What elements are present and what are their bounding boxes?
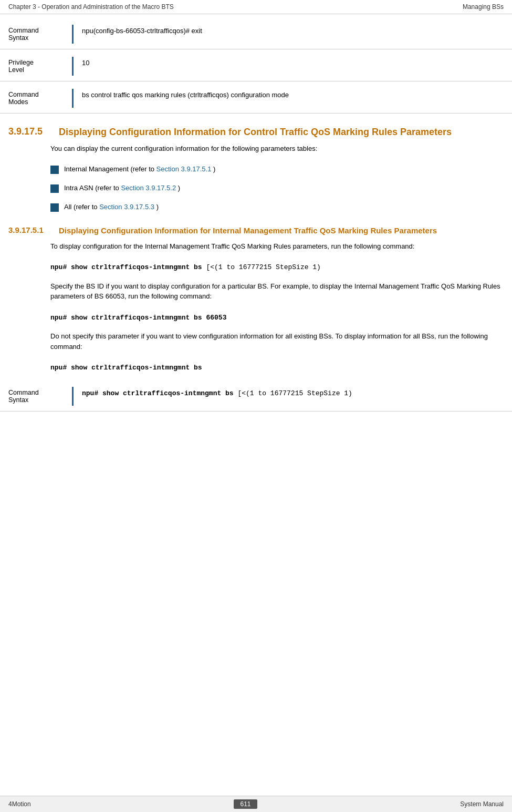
info-row-privilege-level: PrivilegeLevel 10 <box>0 52 512 81</box>
info-row-command-syntax-1: CommandSyntax npu(config-bs-66053-ctrltr… <box>0 19 512 49</box>
command1-normal: [<(1 to 16777215 StepSize 1) <box>202 263 321 271</box>
main-content: CommandSyntax npu(config-bs-66053-ctrltr… <box>0 14 512 440</box>
bullet-text-1: Internal Management (refer to Section 3.… <box>64 165 504 174</box>
bullet-text-before-2: Intra ASN (refer to <box>64 184 121 192</box>
bullet-link-3[interactable]: Section 3.9.17.5.3 <box>99 203 154 211</box>
section-title: Displaying Configuration Information for… <box>59 126 452 138</box>
label-command-modes: CommandModes <box>0 89 74 108</box>
value-command-syntax-1: npu(config-bs-66053-ctrltrafficqos)# exi… <box>74 25 512 44</box>
value-privilege-level: 10 <box>74 57 512 76</box>
bullet-text-before-3: All (refer to <box>64 203 99 211</box>
bullet-item-2: Intra ASN (refer to Section 3.9.17.5.2 ) <box>0 180 512 196</box>
bullet-text-after-1: ) <box>213 165 215 173</box>
section-heading-3-9-17-5: 3.9.17.5 Displaying Configuration Inform… <box>0 121 512 141</box>
command-block-1: npu# show ctrltrafficqos-intmngmnt bs [<… <box>0 259 512 276</box>
info-row-command-syntax-2: CommandSyntax npu# show ctrltrafficqos-i… <box>0 382 512 412</box>
subsection-title: Displaying Configuration Information for… <box>59 225 437 236</box>
bullet-text-2: Intra ASN (refer to Section 3.9.17.5.2 ) <box>64 183 504 193</box>
bullet-icon-1 <box>50 166 59 174</box>
command2: npu# show ctrltrafficqos-intmngmnt bs 66… <box>50 314 226 322</box>
value-command-syntax-2: npu# show ctrltrafficqos-intmngmnt bs [<… <box>74 387 512 406</box>
label-privilege-level: PrivilegeLevel <box>0 57 74 76</box>
bullet-item-1: Internal Management (refer to Section 3.… <box>0 161 512 177</box>
bullet-text-after-2: ) <box>178 184 180 192</box>
subsection-number: 3.9.17.5.1 <box>8 225 50 234</box>
header-left: Chapter 3 - Operation and Administration… <box>8 3 174 11</box>
footer-left: 4Motion <box>8 800 31 808</box>
bullet-item-3: All (refer to Section 3.9.17.5.3 ) <box>0 199 512 215</box>
bullet-icon-2 <box>50 184 59 193</box>
section-number: 3.9.17.5 <box>8 126 50 137</box>
page-header: Chapter 3 - Operation and Administration… <box>0 0 512 14</box>
command-block-3: npu# show ctrltrafficqos-intmngmnt bs <box>0 359 512 376</box>
bullet-text-3: All (refer to Section 3.9.17.5.3 ) <box>64 202 504 212</box>
value-command-modes: bs control traffic qos marking rules (ct… <box>74 89 512 108</box>
label-command-syntax-1: CommandSyntax <box>0 25 74 44</box>
label-command-syntax-2: CommandSyntax <box>0 387 74 406</box>
bullet-link-1[interactable]: Section 3.9.17.5.1 <box>156 165 212 173</box>
footer-right: System Manual <box>460 800 504 808</box>
bottom-command-normal: [<(1 to 16777215 StepSize 1) <box>234 389 352 397</box>
info-row-command-modes: CommandModes bs control traffic qos mark… <box>0 84 512 114</box>
header-right: Managing BSs <box>463 3 504 11</box>
command1-bold: npu# show ctrltrafficqos-intmngmnt bs <box>50 263 202 271</box>
bullet-text-after-3: ) <box>156 203 159 211</box>
subsection-body-1: To display configuration for the Interna… <box>0 239 512 254</box>
command-block-2: npu# show ctrltrafficqos-intmngmnt bs 66… <box>0 309 512 326</box>
subsection-heading-3-9-17-5-1: 3.9.17.5.1 Displaying Configuration Info… <box>0 220 512 239</box>
bottom-command-bold: npu# show ctrltrafficqos-intmngmnt bs <box>82 389 234 397</box>
command3: npu# show ctrltrafficqos-intmngmnt bs <box>50 364 202 372</box>
bullet-text-before-1: Internal Management (refer to <box>64 165 156 173</box>
intro-text: You can display the current configuratio… <box>0 141 512 156</box>
page-footer: 4Motion 611 System Manual <box>0 796 512 812</box>
footer-center: 611 <box>234 799 257 809</box>
subsection-body-3: Do not specify this parameter if you wan… <box>0 329 512 354</box>
bullet-icon-3 <box>50 203 59 212</box>
subsection-body-2: Specify the BS ID if you want to display… <box>0 279 512 304</box>
bullet-link-2[interactable]: Section 3.9.17.5.2 <box>121 184 176 192</box>
